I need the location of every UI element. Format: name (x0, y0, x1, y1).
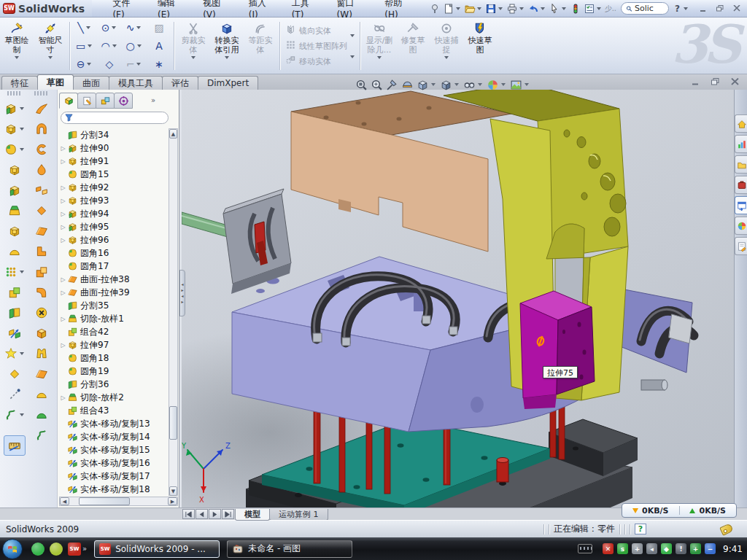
pattern-icon[interactable] (4, 262, 26, 282)
replace-face-icon[interactable] (31, 323, 53, 343)
tree-item-27[interactable]: 实体-移动/复制18 (59, 483, 167, 496)
line-icon[interactable]: ╲ (72, 19, 97, 37)
curves-icon[interactable] (4, 405, 26, 425)
menu-e[interactable]: 编辑(E) (147, 0, 193, 17)
planar-surface-icon[interactable] (31, 221, 53, 241)
doc-tab-0[interactable]: 模型 (235, 509, 270, 521)
fillet-icon[interactable] (4, 139, 26, 160)
command-tab-2[interactable]: 曲面 (73, 76, 109, 90)
health-tray-icon[interactable]: + (690, 543, 701, 554)
help-button[interactable]: ? (675, 4, 689, 14)
tree-item-23[interactable]: 实体-移动/复制14 (59, 430, 167, 443)
design-library-icon[interactable] (735, 135, 747, 153)
messenger-quick-icon[interactable] (31, 542, 44, 556)
fillet-surface-icon[interactable] (31, 282, 53, 303)
polygon-icon[interactable]: ◇ (97, 55, 122, 74)
tree-item-9[interactable]: 圆角16 (59, 246, 167, 260)
delete-face-icon[interactable] (31, 303, 53, 323)
clamp-part[interactable] (182, 189, 291, 294)
tree-item-19[interactable]: 分割36 (59, 378, 167, 391)
taskbar-task-1[interactable]: 未命名 - 画图 (227, 540, 352, 558)
expand-icon[interactable]: ▷ (59, 237, 67, 244)
expand-icon[interactable]: ▷ (59, 211, 67, 217)
gray-pin[interactable] (641, 380, 667, 390)
revolve-icon[interactable] (4, 160, 26, 180)
tree-filter-box[interactable] (61, 112, 169, 124)
tree-item-1[interactable]: ▷拉伸90 (59, 141, 167, 155)
extruded-cut-icon[interactable] (4, 119, 26, 139)
expand-icon[interactable]: ▷ (59, 316, 67, 322)
scroll-left-icon[interactable]: ◀ (60, 497, 69, 505)
quick-tips-icon[interactable]: ? (635, 524, 646, 534)
filled-surface-icon[interactable] (31, 201, 53, 221)
view-palette-icon[interactable] (735, 196, 747, 214)
display-style-icon[interactable] (440, 79, 460, 91)
tree-vertical-scrollbar[interactable]: ▲ ▼ (169, 128, 178, 496)
expand-icon[interactable]: ▷ (59, 289, 67, 296)
expand-icon[interactable]: ▷ (59, 184, 67, 191)
taskbar-task-0[interactable]: SWSolidWorks 2009 - ... (94, 540, 220, 558)
tree-item-10[interactable]: 圆角17 (59, 260, 167, 273)
open-icon[interactable] (463, 1, 484, 16)
tree-item-12[interactable]: ▷曲面-拉伸39 (59, 286, 167, 299)
curve-through-points-icon[interactable] (31, 425, 53, 446)
appearances-icon[interactable] (487, 79, 507, 91)
tree-item-13[interactable]: 分割35 (59, 299, 167, 312)
repair-sketch-button[interactable]: 修复草图 (396, 18, 430, 74)
sketch-fillet-icon[interactable]: ⌐ (122, 55, 147, 74)
tree-item-25[interactable]: 实体-移动/复制16 (59, 456, 167, 470)
network-speed-widget[interactable]: 0KB/S 0KB/S (622, 503, 737, 518)
tree-item-0[interactable]: 分割34 (59, 128, 167, 141)
tree-item-17[interactable]: 圆角18 (59, 351, 167, 365)
tree-item-20[interactable]: ▷切除-放样2 (59, 391, 167, 404)
tree-item-22[interactable]: 实体-移动/复制13 (59, 417, 167, 430)
dimxpertmanager-tab-icon[interactable] (114, 93, 133, 109)
offset-entities-button[interactable]: 等距实体 (244, 18, 277, 74)
tree-item-2[interactable]: ▷拉伸91 (59, 155, 167, 168)
trim-entities-button[interactable]: 剪裁实体 (177, 18, 210, 74)
tree-item-7[interactable]: ▷拉伸95 (59, 220, 167, 233)
move-entities-button[interactable]: 移动实体 (285, 55, 347, 68)
print-icon[interactable] (506, 1, 526, 16)
tree-item-24[interactable]: 实体-移动/复制15 (59, 443, 167, 456)
rebuild-traffic-icon[interactable] (569, 1, 582, 16)
menu-w[interactable]: 窗口(W) (327, 0, 375, 17)
tree-item-11[interactable]: ▷曲面-拉伸38 (59, 273, 167, 286)
file-explorer-icon[interactable] (735, 155, 747, 174)
3d-model[interactable]: Y Z X (182, 90, 734, 508)
panel-splitter[interactable]: ◂▸◂▸ (179, 270, 185, 316)
split-icon[interactable] (4, 303, 26, 323)
doc-restore-icon[interactable] (709, 76, 721, 87)
security-quick-icon[interactable] (50, 542, 63, 556)
update-tray-icon[interactable]: + (632, 543, 643, 554)
scroll-up-icon[interactable]: ▲ (169, 129, 177, 139)
expand-icon[interactable]: ▷ (59, 158, 67, 165)
command-tab-5[interactable]: DimXpert (198, 76, 258, 90)
loft-icon[interactable] (4, 201, 26, 221)
tree-item-3[interactable]: 圆角15 (59, 168, 167, 181)
menu-h[interactable]: 帮助(H) (374, 0, 420, 17)
arc-icon[interactable]: ◠ (97, 37, 122, 55)
panel-tabs-more[interactable]: » (151, 96, 155, 104)
measure-icon[interactable] (4, 435, 26, 456)
reference-geometry-icon[interactable] (4, 384, 26, 405)
featuremanager-tab-icon[interactable] (59, 93, 78, 109)
toolbox-icon[interactable] (735, 176, 747, 194)
select-icon[interactable] (548, 1, 568, 16)
new-file-icon[interactable] (442, 1, 462, 16)
move-copy-icon[interactable] (4, 323, 26, 343)
hole-wizard-icon[interactable] (4, 364, 26, 384)
hide-show-items-icon[interactable] (463, 79, 484, 91)
menu-t[interactable]: 工具(T) (282, 0, 327, 17)
input-method-icon[interactable] (578, 544, 592, 553)
tree-item-8[interactable]: ▷拉伸96 (59, 233, 167, 246)
doc-tab-1[interactable]: 运动算例 1 (269, 509, 328, 521)
section-view-icon[interactable] (401, 79, 414, 91)
mirror-entities-button[interactable]: 镜向实体 (285, 24, 347, 37)
volume-tray-icon[interactable]: ◂ (646, 543, 657, 554)
swept-surface-icon[interactable] (31, 98, 53, 119)
convert-entities-button[interactable]: 转换实体引用 (210, 18, 244, 74)
sketch-button[interactable]: 草图绘制 (0, 18, 34, 74)
tree-item-21[interactable]: 组合43 (59, 404, 167, 417)
rib-icon[interactable] (4, 221, 26, 241)
